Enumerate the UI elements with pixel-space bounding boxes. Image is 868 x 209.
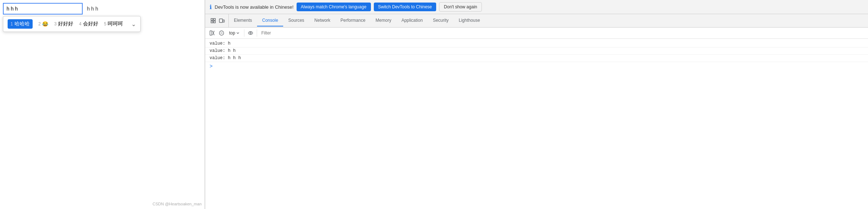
switch-to-chinese-button[interactable]: Switch DevTools to Chinese [374, 3, 437, 11]
devtools-panel: ℹ DevTools is now available in Chinese! … [205, 0, 868, 209]
dropdown-arrow-icon[interactable]: ⌄ [131, 21, 136, 28]
console-line-3: value: h h h [205, 55, 868, 62]
input-area: h h h [3, 3, 202, 15]
autocomplete-item-5[interactable]: 5 呵呵呵 [104, 21, 123, 27]
autocomplete-item-2[interactable]: 2 😂 [38, 21, 49, 27]
item-text-2: 😂 [42, 21, 48, 27]
tab-console[interactable]: Console [257, 15, 283, 26]
filter-icon[interactable] [218, 29, 226, 37]
console-line-2-text: value: h h [210, 48, 864, 53]
always-match-language-button[interactable]: Always match Chrome's language [297, 3, 371, 11]
tab-security[interactable]: Security [428, 15, 454, 26]
item-number-2: 2 [38, 21, 41, 26]
svg-point-11 [248, 32, 253, 34]
item-number-5: 5 [104, 21, 107, 26]
console-line-3-text: value: h h h [210, 56, 864, 61]
svg-rect-6 [210, 31, 212, 35]
watermark: CSDN @Heartsoaken_man [153, 202, 202, 206]
context-selector[interactable]: top [227, 30, 242, 36]
item-number-4: 4 [79, 21, 82, 26]
item-text-5: 呵呵呵 [108, 21, 123, 27]
console-prompt[interactable]: > [205, 62, 868, 71]
svg-rect-1 [214, 19, 215, 20]
notification-text: DevTools is now available in Chinese! [215, 4, 294, 10]
eye-icon[interactable] [247, 29, 255, 37]
console-toolbar: top [205, 28, 868, 39]
tab-application[interactable]: Application [396, 15, 428, 26]
svg-rect-3 [214, 21, 215, 23]
svg-rect-4 [219, 19, 223, 22]
tab-network[interactable]: Network [309, 15, 335, 26]
device-toggle-icon[interactable] [218, 17, 226, 24]
devtools-icon-group [207, 14, 229, 27]
toolbar-divider [244, 29, 244, 37]
clear-console-icon[interactable] [208, 29, 216, 37]
autocomplete-item-1[interactable]: 1 哈哈哈 [8, 19, 33, 29]
toolbar-divider-2 [257, 29, 257, 37]
item-text-3: 好好好 [58, 21, 73, 27]
item-number-1: 1 [11, 21, 13, 26]
autocomplete-dropdown: 1 哈哈哈 2 😂 3 好好好 4 会好好 5 呵呵呵 ⌄ [3, 16, 141, 32]
tab-lighthouse[interactable]: Lighthouse [454, 15, 485, 26]
console-line-1: value: h [205, 40, 868, 48]
console-filter-input[interactable] [259, 30, 865, 36]
console-line-1-text: value: h [210, 41, 864, 46]
item-text-4: 会好好 [83, 21, 98, 27]
tab-memory[interactable]: Memory [371, 15, 396, 26]
console-output: value: h value: h h value: h h h > [205, 39, 868, 209]
context-label: top [229, 30, 235, 36]
search-input[interactable] [3, 3, 83, 15]
input-label: h h h [87, 6, 98, 12]
item-text-1: 哈哈哈 [15, 21, 30, 27]
autocomplete-item-4[interactable]: 4 会好好 [79, 21, 98, 27]
tab-elements[interactable]: Elements [229, 15, 257, 26]
autocomplete-item-3[interactable]: 3 好好好 [54, 21, 73, 27]
tab-sources[interactable]: Sources [283, 15, 309, 26]
devtools-tabs-bar: Elements Console Sources Network Perform… [205, 14, 868, 28]
inspect-element-icon[interactable] [210, 17, 217, 24]
dont-show-again-button[interactable]: Don't show again [439, 2, 482, 12]
svg-rect-0 [211, 19, 213, 20]
svg-point-12 [250, 32, 251, 34]
svg-rect-5 [223, 20, 224, 22]
svg-rect-2 [211, 21, 213, 23]
prompt-arrow-icon: > [210, 63, 212, 69]
tab-performance[interactable]: Performance [335, 15, 371, 26]
notification-bar: ℹ DevTools is now available in Chinese! … [205, 0, 868, 14]
left-panel: h h h 1 哈哈哈 2 😂 3 好好好 4 会好好 5 呵呵呵 ⌄ CSDN… [0, 0, 205, 209]
item-number-3: 3 [54, 21, 57, 26]
info-icon: ℹ [210, 4, 212, 11]
console-line-2: value: h h [205, 48, 868, 55]
